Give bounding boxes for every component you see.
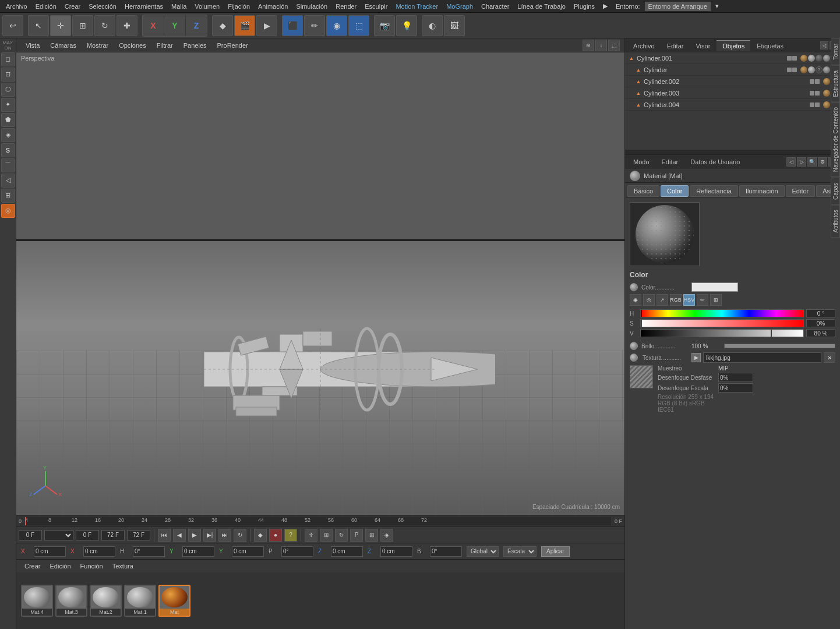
- frame-end-input[interactable]: [101, 530, 125, 540]
- render-btn[interactable]: ◐: [422, 15, 443, 36]
- hsv-h-slider[interactable]: [640, 309, 804, 317]
- vh-filtrar[interactable]: Filtrar: [152, 41, 178, 50]
- obj-row-cyl003[interactable]: ▲ Cylinder.003: [625, 87, 840, 99]
- axis-y-btn[interactable]: Y: [164, 15, 185, 36]
- axis-x-btn[interactable]: X: [143, 15, 164, 36]
- apply-btn[interactable]: Aplicar: [541, 546, 570, 557]
- textura-radio[interactable]: [630, 354, 638, 362]
- prev-frame-btn[interactable]: ◀: [173, 529, 186, 542]
- undo-btn[interactable]: ↩: [2, 15, 23, 36]
- lt-s-btn[interactable]: S: [1, 143, 15, 157]
- rs-tab-navegador[interactable]: Navegador de Contenido: [831, 102, 840, 177]
- menu-animacion[interactable]: Animación: [255, 2, 291, 11]
- frame-start-input[interactable]: [19, 530, 42, 540]
- ch-tab-color[interactable]: Color: [661, 185, 689, 197]
- vcb-2[interactable]: ↓: [595, 40, 607, 51]
- menu-edicion[interactable]: Edición: [32, 2, 60, 11]
- hsv-s-slider[interactable]: [640, 319, 804, 327]
- rs-tab-capas[interactable]: Capas: [831, 178, 840, 205]
- rs-tab-atributos[interactable]: Atributos: [831, 204, 840, 238]
- deform-btn[interactable]: ⬚: [348, 15, 369, 36]
- mat-swatch-1[interactable]: Mat.1: [124, 585, 156, 617]
- vcb-1[interactable]: ⊕: [583, 40, 594, 51]
- color-tool-5[interactable]: ⊞: [710, 294, 722, 306]
- menu-character[interactable]: Character: [478, 2, 513, 11]
- color-tool-hex[interactable]: ✏: [697, 294, 708, 306]
- attr-search-btn[interactable]: 🔍: [807, 157, 817, 167]
- pen-btn[interactable]: ✏: [304, 15, 325, 36]
- menu-render[interactable]: Render: [332, 2, 360, 11]
- attr-fwd-btn[interactable]: ▷: [797, 157, 806, 167]
- tf-y2-pos[interactable]: [232, 546, 264, 557]
- color-tool-1[interactable]: ◉: [630, 294, 641, 306]
- menu-entorno-arrow[interactable]: ▾: [712, 1, 722, 11]
- lt-paint-btn[interactable]: ◎: [1, 204, 15, 218]
- lt-tag-btn[interactable]: ◁: [1, 174, 15, 188]
- attr-tab-datos[interactable]: Datos de Usuario: [684, 157, 746, 167]
- menu-entorno-value[interactable]: Entorno de Arranque: [645, 2, 711, 11]
- menu-plugins[interactable]: Plugins: [570, 2, 598, 11]
- tf-p-rot[interactable]: [281, 546, 313, 557]
- hsv-h-value[interactable]: [806, 309, 835, 317]
- goto-start-btn[interactable]: ⏮: [158, 529, 171, 542]
- scale-tr-btn[interactable]: ⊞: [320, 529, 333, 542]
- mat-swatch-active[interactable]: Mat: [158, 585, 190, 617]
- menu-fijacion[interactable]: Fijación: [224, 2, 253, 11]
- menu-simulacion[interactable]: Simulación: [292, 2, 331, 11]
- tf-y-pos[interactable]: [182, 546, 214, 557]
- tex-desfase-input[interactable]: [718, 373, 753, 382]
- light-btn[interactable]: 💡: [396, 15, 417, 36]
- mat-tb-funcion[interactable]: Función: [77, 561, 107, 571]
- pivot-btn[interactable]: P: [350, 529, 363, 542]
- cube-btn[interactable]: ⬛: [282, 15, 303, 36]
- vh-paneles[interactable]: Paneles: [179, 41, 211, 50]
- record-btn[interactable]: ●: [269, 529, 282, 542]
- menu-linea-trabajo[interactable]: Línea de Trabajo: [514, 2, 569, 11]
- menu-seleccion[interactable]: Selección: [85, 2, 120, 11]
- frame-current-input[interactable]: [76, 530, 99, 540]
- vh-mostrar[interactable]: Mostrar: [82, 41, 113, 50]
- tf-x-pos[interactable]: [34, 546, 66, 557]
- attr-back-btn[interactable]: ◁: [786, 157, 796, 167]
- ch-tab-reflectancia[interactable]: Reflectancia: [690, 185, 738, 197]
- tf-z2-pos[interactable]: [380, 546, 412, 557]
- obj-tab-etiquetas[interactable]: Etiquetas: [751, 40, 789, 51]
- rs-tab-estructura[interactable]: Estructura: [831, 65, 840, 103]
- move-tr-btn[interactable]: ✛: [305, 529, 317, 542]
- obj-tab-objetos[interactable]: Objetos: [717, 40, 750, 51]
- hsv-s-value[interactable]: [806, 319, 835, 327]
- play-btn[interactable]: ▶: [188, 529, 201, 542]
- tex-icon[interactable]: ▶: [691, 353, 701, 362]
- vcb-3[interactable]: ⬚: [608, 40, 620, 51]
- render2-btn[interactable]: 🖼: [444, 15, 465, 36]
- color-tool-rgb[interactable]: RGB: [670, 294, 682, 306]
- mat-tb-crear[interactable]: Crear: [21, 561, 44, 571]
- vh-opciones[interactable]: Opciones: [114, 41, 150, 50]
- menu-crear[interactable]: Crear: [61, 2, 84, 11]
- mat-tb-textura[interactable]: Textura: [109, 561, 137, 571]
- menu-esculpir[interactable]: Esculpir: [361, 2, 391, 11]
- color-tool-3[interactable]: ↗: [657, 294, 668, 306]
- viewport-3d[interactable]: X Y Z Espaciado Cuadrícula : 10000 cm: [16, 241, 624, 515]
- rs-tab-tomar[interactable]: Tomar: [831, 38, 840, 65]
- key-btn[interactable]: ◆: [254, 529, 267, 542]
- hsv-v-slider[interactable]: [640, 329, 804, 337]
- menu-malla[interactable]: Malla: [168, 2, 190, 11]
- color-swatch[interactable]: [691, 282, 738, 292]
- vh-vista[interactable]: Vista: [21, 41, 44, 50]
- ch-tab-iluminacion[interactable]: Iluminación: [739, 185, 785, 197]
- ch-tab-editor[interactable]: Editor: [786, 185, 816, 197]
- anim-key-btn[interactable]: ◆: [212, 15, 233, 36]
- attr-gear-btn[interactable]: ⚙: [818, 157, 827, 167]
- scale-system-select[interactable]: Escala: [503, 546, 537, 557]
- menu-motion-tracker[interactable]: Motion Tracker: [392, 2, 442, 11]
- axis-z-btn[interactable]: Z: [186, 15, 207, 36]
- obj-tab-archivo[interactable]: Archivo: [627, 40, 661, 51]
- sphere-btn[interactable]: ◉: [326, 15, 347, 36]
- obj-row-cyl[interactable]: ▲ Cylinder ?: [625, 64, 840, 76]
- tex-escala-input[interactable]: [718, 383, 753, 393]
- menu-plugins-more[interactable]: ▶: [599, 1, 611, 11]
- lt-curve-btn[interactable]: ⌒: [1, 158, 15, 172]
- mat-swatch-3[interactable]: Mat.3: [55, 585, 87, 617]
- goto-end-btn[interactable]: ⏭: [218, 529, 231, 542]
